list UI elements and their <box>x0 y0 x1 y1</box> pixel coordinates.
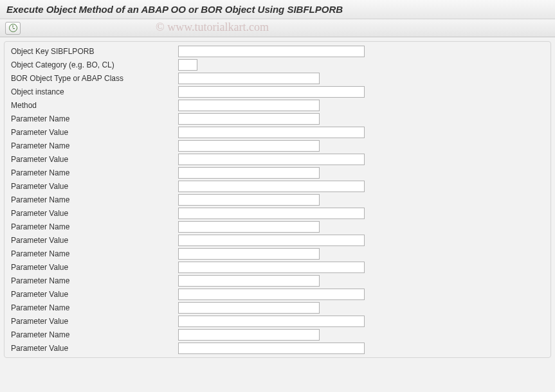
parameter-name-1-label: Parameter Name <box>11 114 178 123</box>
method-label: Method <box>11 101 178 110</box>
object-instance-label: Object instance <box>11 87 178 96</box>
form-row: BOR Object Type or ABAP Class <box>5 71 550 85</box>
form-row: Parameter Name <box>5 220 550 233</box>
page-title: Execute Object Method of an ABAP OO or B… <box>0 0 555 19</box>
form-row: Parameter Value <box>5 206 550 220</box>
form-row: Parameter Name <box>5 112 550 125</box>
toolbar <box>0 19 555 37</box>
form-row: Parameter Value <box>5 125 550 139</box>
form-row: Parameter Value <box>5 260 550 274</box>
form-panel: Object Key SIBFLPORBObject Category (e.g… <box>4 41 551 358</box>
parameter-name-2-label: Parameter Name <box>11 141 178 150</box>
object-instance-input[interactable] <box>178 86 365 98</box>
parameter-value-4-input[interactable] <box>178 208 365 219</box>
parameter-name-9-label: Parameter Name <box>11 330 178 339</box>
parameter-name-3-input[interactable] <box>178 167 320 179</box>
parameter-name-5-input[interactable] <box>178 221 320 233</box>
parameter-value-3-input[interactable] <box>178 181 365 192</box>
form-row: Parameter Value <box>5 341 550 355</box>
form-row: Parameter Value <box>5 179 550 193</box>
parameter-name-3-label: Parameter Name <box>11 168 178 177</box>
method-input[interactable] <box>178 100 320 111</box>
clock-icon <box>9 24 17 32</box>
form-row: Parameter Name <box>5 301 550 314</box>
parameter-name-6-input[interactable] <box>178 248 320 260</box>
object-category-label: Object Category (e.g. BO, CL) <box>11 60 178 69</box>
parameter-value-4-label: Parameter Value <box>11 209 178 218</box>
execute-button[interactable] <box>5 22 21 35</box>
object-key-input[interactable] <box>178 46 365 57</box>
form-row: Method <box>5 98 550 112</box>
parameter-value-3-label: Parameter Value <box>11 182 178 191</box>
object-key-label: Object Key SIBFLPORB <box>11 47 178 56</box>
parameter-value-6-input[interactable] <box>178 262 365 273</box>
parameter-name-1-input[interactable] <box>178 113 320 125</box>
form-row: Parameter Value <box>5 287 550 301</box>
form-row: Parameter Name <box>5 247 550 260</box>
parameter-value-5-label: Parameter Value <box>11 236 178 245</box>
form-row: Parameter Name <box>5 193 550 206</box>
parameter-name-2-input[interactable] <box>178 140 320 152</box>
parameter-value-7-label: Parameter Value <box>11 290 178 299</box>
form-row: Parameter Value <box>5 233 550 247</box>
parameter-name-8-label: Parameter Name <box>11 303 178 312</box>
parameter-name-4-label: Parameter Name <box>11 195 178 204</box>
parameter-value-2-input[interactable] <box>178 154 365 165</box>
form-row: Parameter Name <box>5 139 550 152</box>
parameter-value-1-label: Parameter Value <box>11 128 178 137</box>
parameter-value-1-input[interactable] <box>178 127 365 138</box>
parameter-name-7-input[interactable] <box>178 275 320 287</box>
parameter-value-7-input[interactable] <box>178 289 365 300</box>
parameter-value-8-label: Parameter Value <box>11 317 178 326</box>
parameter-name-9-input[interactable] <box>178 329 320 341</box>
parameter-value-9-input[interactable] <box>178 343 365 354</box>
form-row: Parameter Name <box>5 328 550 341</box>
object-category-input[interactable] <box>178 59 197 71</box>
form-row: Object Key SIBFLPORB <box>5 44 550 58</box>
bor-object-type-label: BOR Object Type or ABAP Class <box>11 74 178 83</box>
form-row: Object Category (e.g. BO, CL) <box>5 58 550 71</box>
form-row: Parameter Name <box>5 166 550 179</box>
parameter-name-5-label: Parameter Name <box>11 222 178 231</box>
parameter-name-7-label: Parameter Name <box>11 276 178 285</box>
parameter-value-6-label: Parameter Value <box>11 263 178 272</box>
parameter-value-5-input[interactable] <box>178 235 365 246</box>
parameter-value-9-label: Parameter Value <box>11 344 178 353</box>
parameter-value-2-label: Parameter Value <box>11 155 178 164</box>
form-row: Object instance <box>5 85 550 98</box>
bor-object-type-input[interactable] <box>178 73 320 84</box>
form-row: Parameter Value <box>5 152 550 166</box>
parameter-name-4-input[interactable] <box>178 194 320 206</box>
parameter-name-6-label: Parameter Name <box>11 249 178 258</box>
parameter-value-8-input[interactable] <box>178 316 365 327</box>
form-row: Parameter Name <box>5 274 550 287</box>
parameter-name-8-input[interactable] <box>178 302 320 314</box>
form-row: Parameter Value <box>5 314 550 328</box>
